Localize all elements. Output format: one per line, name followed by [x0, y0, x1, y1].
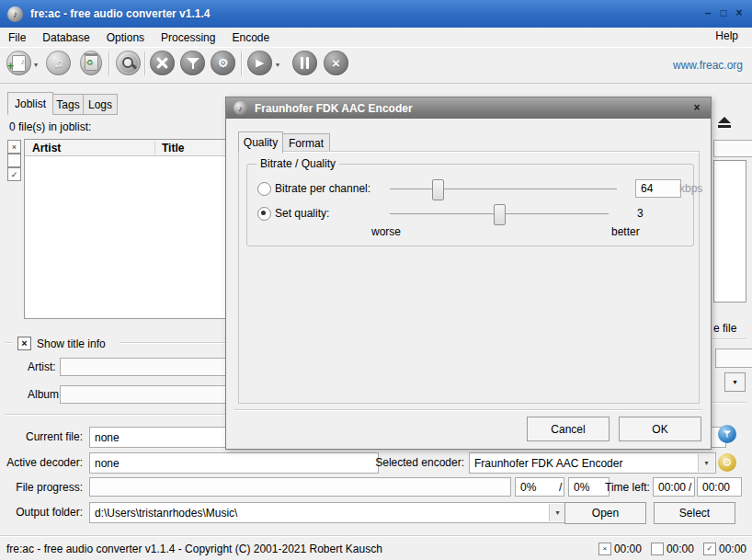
timer-unchecked-icon [651, 543, 664, 555]
add-dropdown-icon[interactable]: ▾ [34, 61, 38, 69]
open-folder-button[interactable]: Open [564, 502, 646, 524]
right-panel-list[interactable] [713, 160, 746, 303]
freac-main-window: ♪ fre:ac - free audio converter v1.1.4 –… [0, 0, 752, 560]
dialog-tab-page: Bitrate / Quality Bitrate per channel: 6… [238, 151, 700, 404]
encoder-config-button[interactable]: ⚙ [211, 51, 235, 75]
worse-label: worse [371, 225, 401, 238]
signal-processing-button[interactable] [180, 51, 205, 75]
selected-encoder-label: Selected encoder: [370, 456, 464, 469]
encoder-options-button[interactable]: ⚙ [718, 453, 736, 472]
active-decoder-field: none [89, 452, 379, 474]
pause-button[interactable] [292, 51, 317, 75]
freac-website-link[interactable]: www.freac.org [673, 59, 743, 72]
window-title: fre:ac - free audio converter v1.1.4 [30, 7, 210, 20]
quality-slider-thumb[interactable] [494, 204, 506, 225]
general-settings-button[interactable] [150, 51, 175, 75]
start-conversion-button[interactable]: ▶ [247, 51, 272, 75]
app-logo-icon: ♪ [7, 6, 23, 22]
right-panel-partial-label: e file [713, 322, 736, 335]
stop-button[interactable]: × [324, 51, 348, 75]
selected-tracks-timer: × 00:00 [598, 543, 642, 555]
cancel-button[interactable]: Cancel [527, 417, 610, 441]
toolbar: +♪ ▾ ♫ ♻ ⚙ ▶ ▾ × www [0, 47, 752, 84]
add-files-icon: +♪ [12, 55, 26, 72]
artist-label: Artist: [28, 360, 56, 373]
statusbar: fre:ac - free audio converter v1.1.4 - C… [0, 535, 752, 560]
cd-magnifier-icon [120, 54, 138, 73]
right-panel-field[interactable] [715, 349, 752, 368]
file-progress-label: File progress: [0, 481, 83, 494]
remove-all-button[interactable]: ♻ [80, 51, 102, 75]
quality-value: 3 [637, 207, 644, 220]
tab-logs[interactable]: Logs [83, 94, 118, 115]
minimize-button[interactable]: – [702, 6, 713, 20]
dialog-app-icon: ♪ [234, 101, 247, 115]
pause-icon [300, 57, 310, 69]
menu-database[interactable]: Database [34, 29, 97, 46]
tab-tags[interactable]: Tags [52, 94, 84, 115]
window-titlebar: ♪ fre:ac - free audio converter v1.1.4 –… [0, 0, 752, 28]
close-button[interactable]: × [734, 6, 745, 20]
quality-slider[interactable] [390, 213, 609, 214]
bitrate-radio[interactable] [257, 182, 271, 196]
blue-funnel-icon [724, 430, 731, 438]
joblist-music-button[interactable]: ♫ [46, 51, 71, 75]
dialog-titlebar[interactable]: ♪ Fraunhofer FDK AAC Encoder × [226, 97, 711, 119]
total-percent-field: 0% [568, 477, 610, 497]
all-tracks-timer: ✓ 00:00 [703, 543, 746, 555]
cddb-query-button[interactable] [116, 51, 141, 75]
right-panel-field-top [713, 140, 752, 157]
show-title-info-label: Show title info [37, 337, 106, 350]
selected-encoder-combobox[interactable]: Fraunhofer FDK AAC Encoder ▾ [469, 452, 716, 474]
yellow-gear-icon: ⚙ [723, 456, 733, 469]
bitrate-value-field[interactable]: 64 [635, 179, 681, 198]
encoder-config-dialog: ♪ Fraunhofer FDK AAC Encoder × Quality F… [225, 97, 712, 450]
ok-button[interactable]: OK [619, 417, 701, 441]
menu-help[interactable]: Help [707, 28, 746, 44]
file-progress-bar [89, 477, 511, 497]
show-title-info-checkbox[interactable]: × [17, 337, 31, 350]
time-left-label: Time left: [605, 481, 650, 494]
right-panel-dropdown-icon[interactable]: ▾ [724, 372, 746, 392]
menu-file[interactable]: File [0, 29, 34, 46]
output-folder-label: Output folder: [0, 506, 83, 519]
start-dropdown-icon[interactable]: ▾ [276, 61, 279, 69]
select-folder-button[interactable]: Select [654, 502, 735, 524]
bitrate-slider-thumb[interactable] [432, 179, 444, 200]
menu-options[interactable]: Options [98, 29, 153, 46]
menu-processing[interactable]: Processing [153, 29, 223, 46]
maximize-button[interactable]: □ [718, 6, 729, 20]
dialog-title: Fraunhofer FDK AAC Encoder [255, 102, 413, 115]
bitrate-unit-label: kbps [679, 182, 702, 195]
toggle-selection-button[interactable]: ✓ [7, 167, 21, 181]
timer-toggle-icon: ✓ [703, 543, 716, 555]
select-none-button[interactable] [7, 154, 21, 167]
folder-dropdown-icon[interactable]: ▾ [549, 504, 565, 521]
time-total-field: 00:00 [697, 477, 742, 497]
timer-checked-icon: × [598, 543, 611, 555]
tools-icon [155, 56, 169, 70]
bitrate-label: Bitrate per channel: [275, 182, 370, 195]
select-all-button[interactable]: × [7, 140, 21, 154]
quality-label: Set quality: [275, 207, 329, 220]
trash-icon: ♻ [85, 55, 98, 71]
add-files-button[interactable]: +♪ [6, 51, 31, 75]
active-decoder-label: Active decoder: [0, 456, 83, 469]
column-artist[interactable]: Artist [25, 142, 154, 154]
quality-radio[interactable] [257, 207, 271, 221]
funnel-icon [187, 57, 199, 70]
dialog-tab-quality[interactable]: Quality [238, 131, 283, 154]
bitrate-slider[interactable] [390, 189, 617, 189]
processing-options-button[interactable] [718, 425, 736, 443]
menubar: File Database Options Processing Encode … [0, 28, 752, 47]
file-percent-field: 0% [515, 477, 564, 497]
dialog-close-button[interactable]: × [690, 101, 703, 114]
tab-joblist[interactable]: Joblist [7, 92, 53, 115]
encoder-dropdown-icon[interactable]: ▾ [698, 454, 714, 472]
album-label: Album: [28, 388, 62, 401]
column-title[interactable]: Title [154, 142, 184, 154]
menu-encode[interactable]: Encode [223, 29, 278, 46]
stop-x-icon: × [332, 56, 340, 70]
better-label: better [611, 225, 640, 238]
output-folder-combobox[interactable]: d:\Users\tristanrhodes\Music\ ▾ [89, 502, 567, 523]
